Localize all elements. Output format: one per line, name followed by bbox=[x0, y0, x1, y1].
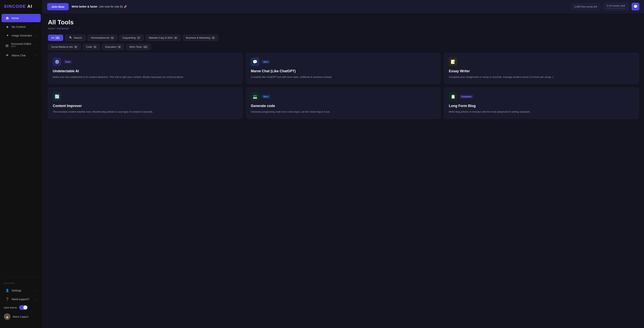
app-logo: SINCODE AI bbox=[0, 4, 42, 13]
sidebar-item-image-generator-label: Image Generator bbox=[12, 34, 32, 37]
filter-all-label: All bbox=[51, 36, 54, 39]
tool-desc-marve-chat: A chatbot like ChatGPT but with more dat… bbox=[251, 75, 436, 79]
filter-social[interactable]: Social Media & Ads 6 bbox=[48, 44, 81, 50]
tool-icon-undetectable: ⚙️ bbox=[53, 57, 61, 66]
user-row: 👩 Maria Cappon bbox=[0, 311, 42, 322]
filter-personalized[interactable]: Personalized list 0 bbox=[88, 34, 117, 41]
chevron-icon: › bbox=[36, 44, 37, 47]
tool-badge-marve-chat: New bbox=[262, 60, 270, 63]
logo-suffix: AI bbox=[26, 4, 32, 9]
progress-bar-outer bbox=[607, 8, 625, 9]
sidebar-item-home[interactable]: 🏠 Home › bbox=[2, 14, 41, 22]
filter-education[interactable]: Education 3 bbox=[102, 44, 124, 50]
sidebar-divider bbox=[3, 277, 39, 277]
filter-search[interactable]: 🔍 Search bbox=[65, 34, 86, 41]
sidebar-item-document-editor-label: Document Editor (beta) bbox=[11, 42, 34, 49]
filter-all-count: 45 bbox=[55, 36, 60, 39]
tool-icon-content-improver: 🔄 bbox=[53, 92, 61, 101]
notification-icon: 💬 bbox=[633, 4, 638, 9]
filter-education-label: Education bbox=[105, 45, 116, 48]
sidebar-item-my-content[interactable]: ◈ My Content › bbox=[2, 22, 41, 31]
filter-copywriting-count: 7 bbox=[137, 36, 140, 39]
sidebar-item-support-label: Need support? bbox=[12, 298, 30, 301]
filter-personalized-count: 0 bbox=[110, 36, 114, 39]
card-header: 💬 New bbox=[251, 57, 436, 66]
progress-bar-inner bbox=[607, 8, 607, 9]
tool-icon-essay-writer: 📝 bbox=[449, 57, 457, 66]
card-header: 📝 bbox=[449, 57, 634, 66]
user-name: Maria Cappon bbox=[13, 315, 28, 318]
sidebar-bottom: ACCOUNT 👤 Settings › ❓ Need support? › D… bbox=[0, 279, 42, 324]
filter-code[interactable]: Code 3 bbox=[83, 44, 100, 50]
chevron-icon: › bbox=[36, 54, 37, 57]
filter-personalized-label: Personalized list bbox=[91, 36, 110, 39]
tool-card-undetectable-ai[interactable]: ⚙️ Free Undetectable AI Make your text u… bbox=[48, 53, 242, 84]
chevron-icon: › bbox=[36, 34, 37, 37]
sidebar-item-image-generator[interactable]: ✦ Image Generator › bbox=[2, 31, 41, 40]
tool-badge-long-form-blog: Exclusive bbox=[460, 95, 473, 98]
card-header: 🔄 bbox=[53, 92, 238, 101]
tool-card-content-improver[interactable]: 🔄 Content Improver The smartest content … bbox=[48, 87, 242, 119]
tool-card-essay-writer[interactable]: 📝 Essay Writer Complete your assignment … bbox=[444, 53, 638, 84]
tool-icon-long-form-blog: 📋 bbox=[449, 92, 457, 101]
filter-all[interactable]: All 45 bbox=[48, 34, 63, 41]
filter-business[interactable]: Business & Marketing 9 bbox=[183, 34, 218, 41]
notification-button[interactable]: 💬 bbox=[632, 3, 639, 10]
topbar: Join Now Write better & faster. Join now… bbox=[42, 0, 644, 13]
filter-website-seo[interactable]: Website Copy & SEO 4 bbox=[146, 34, 181, 41]
main-content: Join Now Write better & faster. Join now… bbox=[42, 0, 644, 328]
sidebar-item-document-editor[interactable]: ▤ Document Editor (beta) › bbox=[2, 40, 41, 51]
filter-code-count: 3 bbox=[93, 45, 97, 48]
join-now-button[interactable]: Join Now bbox=[47, 3, 68, 10]
tool-badge-generate-code: Beta bbox=[262, 95, 270, 98]
breadcrumb-home: Home bbox=[48, 27, 55, 30]
tool-card-long-form-blog[interactable]: 📋 Exclusive Long Form Blog Write blog ar… bbox=[444, 87, 638, 119]
filter-social-count: 6 bbox=[74, 45, 78, 48]
chevron-icon: › bbox=[36, 289, 37, 292]
account-label: ACCOUNT bbox=[0, 282, 42, 286]
filter-code-label: Code bbox=[86, 45, 92, 48]
settings-icon: 👤 bbox=[6, 289, 9, 292]
filter-website-seo-count: 4 bbox=[174, 36, 178, 39]
filter-row-2: Social Media & Ads 6 Code 3 Education 3 … bbox=[48, 44, 638, 50]
tool-title-marve-chat: Marve Chat (Like ChatGPT) bbox=[251, 69, 436, 73]
words-used-widget: 0 of 0 words used bbox=[604, 3, 628, 10]
tool-title-long-form-blog: Long Form Blog bbox=[449, 104, 634, 108]
tool-icon-marve-chat: 💬 bbox=[251, 57, 260, 66]
sidebar-item-my-content-label: My Content bbox=[12, 25, 26, 28]
chevron-icon: › bbox=[36, 298, 37, 301]
search-icon: 🔍 bbox=[69, 36, 72, 39]
tool-card-generate-code[interactable]: 💻 Beta Generate code Generate programing… bbox=[246, 87, 441, 119]
promo-strong: Write better & faster bbox=[72, 5, 98, 8]
filter-education-count: 3 bbox=[118, 45, 121, 48]
card-header: 💻 Beta bbox=[251, 92, 436, 101]
promo-text: Write better & faster. Join now for only… bbox=[72, 5, 568, 8]
logo-text: SINCODE bbox=[4, 4, 26, 9]
filter-business-count: 9 bbox=[212, 36, 215, 39]
sidebar-item-marve-chat[interactable]: 👁 Marve Chat › bbox=[2, 51, 41, 59]
filter-more-tools-label: More Tools bbox=[130, 45, 142, 48]
tool-title-undetectable: Undetectable AI bbox=[53, 69, 238, 73]
tool-desc-long-form-blog: Write blog articles in minutes with the … bbox=[449, 110, 634, 114]
toggle-knob bbox=[24, 306, 27, 310]
sidebar-item-support[interactable]: ❓ Need support? › bbox=[2, 295, 41, 303]
sidebar-nav: 🏠 Home › ◈ My Content › ✦ Image Generato… bbox=[0, 13, 42, 274]
sidebar: SINCODE AI 🏠 Home › ◈ My Content › ✦ Ima… bbox=[0, 0, 42, 328]
promo-rest: . Join now for only $1 🚀 bbox=[98, 5, 127, 8]
filter-more-tools[interactable]: More Tools 11 bbox=[126, 44, 151, 50]
home-icon: 🏠 bbox=[6, 16, 9, 20]
sidebar-item-settings[interactable]: 👤 Settings › bbox=[2, 286, 41, 295]
words-used-label: 0 of 0 words used bbox=[607, 4, 625, 7]
tool-title-generate-code: Generate code bbox=[251, 104, 436, 108]
tool-card-marve-chat[interactable]: 💬 New Marve Chat (Like ChatGPT) A chatbo… bbox=[246, 53, 441, 84]
avatar: 👩 bbox=[4, 313, 10, 320]
sidebar-item-home-label: Home bbox=[12, 17, 19, 20]
tool-desc-undetectable: Make your text undetected to AI content … bbox=[53, 75, 238, 79]
support-icon: ❓ bbox=[6, 297, 9, 301]
marve-chat-icon: 👁 bbox=[6, 54, 9, 57]
breadcrumb-current[interactable]: dashboard bbox=[57, 27, 68, 30]
filter-copywriting[interactable]: Copywriting 7 bbox=[119, 34, 144, 41]
image-generator-icon: ✦ bbox=[6, 34, 9, 37]
dark-theme-toggle[interactable] bbox=[19, 305, 28, 310]
card-header: ⚙️ Free bbox=[53, 57, 238, 66]
